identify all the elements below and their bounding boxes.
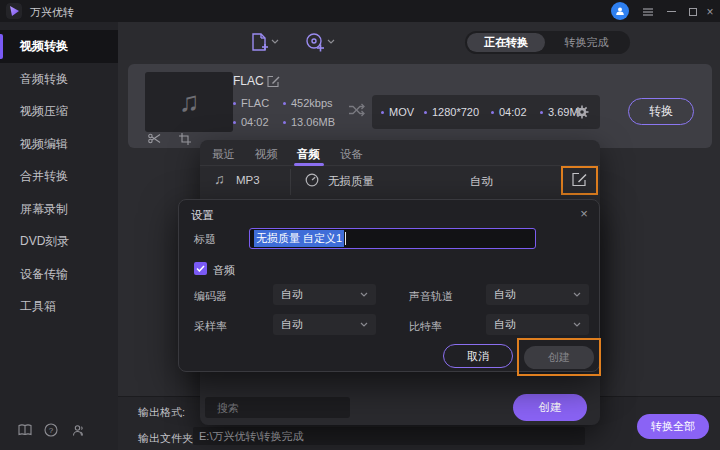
highlight-box-create-button — [517, 338, 601, 376]
app-title: 万兴优转 — [30, 5, 74, 20]
sample-rate-value: 自动 — [281, 317, 303, 332]
chevron-down-icon — [360, 322, 368, 327]
help-icon[interactable]: ? — [41, 420, 61, 440]
app-logo-icon — [6, 3, 22, 19]
audio-track-value: 自动 — [494, 287, 516, 302]
source-format: FLAC — [233, 97, 269, 109]
sidebar-item-video-compress[interactable]: 视频压缩 — [0, 95, 118, 128]
sample-rate-select[interactable]: 自动 — [273, 314, 376, 335]
search-input[interactable] — [217, 402, 359, 414]
source-size: 13.06MB — [283, 116, 335, 128]
format-search-box — [205, 397, 350, 418]
file-title: FLAC — [233, 74, 264, 88]
sidebar-item-merge-convert[interactable]: 合并转换 — [0, 160, 118, 193]
tab-video[interactable]: 视频 — [255, 147, 278, 162]
guide-book-icon[interactable] — [15, 420, 35, 440]
output-folder-label: 输出文件夹: — [138, 431, 196, 446]
quality-label: 无损质量 — [328, 174, 374, 189]
panel-create-button[interactable]: 创建 — [513, 394, 587, 421]
toolbar: 正在转换 转换完成 高速转换 — [118, 22, 720, 60]
cancel-button[interactable]: 取消 — [443, 344, 513, 368]
add-file-icon[interactable] — [249, 32, 269, 52]
output-format-label: 输出格式: — [138, 405, 185, 420]
chevron-down-icon — [360, 292, 368, 297]
tab-audio[interactable]: 音频 — [297, 147, 320, 162]
check-icon — [196, 265, 205, 272]
encoder-label: 编码器 — [194, 289, 227, 304]
menu-icon[interactable] — [640, 4, 656, 19]
audio-track-label: 声音轨道 — [409, 289, 453, 304]
status-tabs: 正在转换 转换完成 — [465, 31, 630, 54]
svg-text:?: ? — [49, 426, 54, 435]
bitrate-label: 比特率 — [409, 319, 442, 334]
output-format: MOV — [381, 106, 414, 118]
tab-recent[interactable]: 最近 — [212, 147, 235, 162]
music-note-icon: ♫ — [179, 86, 200, 118]
bitrate-value: 自动 — [494, 317, 516, 332]
trim-scissors-icon[interactable] — [148, 133, 161, 144]
text-caret — [345, 232, 346, 245]
maximize-button[interactable] — [685, 4, 701, 19]
output-settings-gear-icon[interactable] — [575, 105, 589, 119]
audio-thumbnail: ♫ — [145, 72, 233, 132]
selected-text: 无损质量 自定义1 — [254, 230, 344, 247]
rename-edit-icon[interactable] — [267, 75, 280, 88]
tab-converting[interactable]: 正在转换 — [467, 33, 545, 52]
title-field-label: 标题 — [194, 232, 216, 247]
output-summary-box: MOV 1280*720 04:02 3.69MB — [372, 95, 600, 129]
panel-divider — [290, 169, 291, 195]
close-window-button[interactable]: × — [702, 4, 718, 19]
bitrate-select[interactable]: 自动 — [486, 314, 589, 335]
encoder-value: 自动 — [281, 287, 303, 302]
dialog-title: 设置 — [191, 208, 214, 223]
convert-all-button[interactable]: 转换全部 — [637, 414, 709, 439]
audio-checkbox-label: 音频 — [213, 263, 235, 278]
music-note-icon: ♫ — [214, 171, 225, 187]
file-card: ♫ FLAC FLAC 452kbps 04:02 13.06MB MOV 12… — [128, 64, 712, 148]
output-duration: 04:02 — [491, 106, 527, 118]
title-bar: 万兴优转 × — [0, 0, 720, 22]
convert-button[interactable]: 转换 — [628, 98, 694, 125]
sample-rate-label: 采样率 — [194, 319, 227, 334]
highlight-box-edit-icon — [561, 166, 598, 195]
user-icon — [615, 6, 625, 16]
format-tabs: 最近 视频 音频 设备 — [200, 140, 600, 166]
format-name: MP3 — [236, 174, 260, 186]
account-avatar[interactable] — [611, 2, 629, 20]
sidebar-item-dvd-burn[interactable]: DVD刻录 — [0, 225, 118, 258]
sidebar-item-audio-convert[interactable]: 音频转换 — [0, 63, 118, 96]
sidebar-item-video-convert[interactable]: 视频转换 — [0, 30, 118, 63]
settings-dialog: 设置 × 标题 无损质量 自定义1 音频 编码器 自动 声音轨道 自动 采样率 … — [178, 199, 600, 372]
output-folder-field[interactable]: E:\万兴优转\转换完成 — [193, 427, 585, 445]
output-folder-path: E:\万兴优转\转换完成 — [199, 429, 304, 444]
convert-arrows-icon — [348, 103, 365, 117]
add-dvd-icon[interactable] — [305, 32, 325, 52]
chevron-down-icon — [573, 322, 581, 327]
audio-checkbox[interactable] — [194, 262, 207, 275]
title-input[interactable]: 无损质量 自定义1 — [249, 228, 536, 249]
source-bitrate: 452kbps — [283, 97, 333, 109]
sidebar-item-device-transfer[interactable]: 设备传输 — [0, 258, 118, 291]
quality-gauge-icon — [305, 173, 319, 187]
encoder-select[interactable]: 自动 — [273, 284, 376, 305]
chevron-down-icon — [573, 292, 581, 297]
dialog-close-icon[interactable]: × — [577, 206, 591, 221]
tab-device[interactable]: 设备 — [340, 147, 363, 162]
chevron-down-icon[interactable] — [327, 39, 335, 44]
chevron-down-icon[interactable] — [271, 39, 279, 44]
tab-finished[interactable]: 转换完成 — [545, 35, 628, 50]
sidebar: 视频转换 音频转换 视频压缩 视频编辑 合并转换 屏幕录制 DVD刻录 设备传输… — [0, 22, 118, 450]
crop-icon[interactable] — [179, 133, 191, 145]
sidebar-item-toolbox[interactable]: 工具箱 — [0, 290, 118, 323]
quality-value: 自动 — [470, 174, 493, 189]
source-duration: 04:02 — [233, 116, 269, 128]
format-row-mp3[interactable]: ♫ MP3 无损质量 自动 — [200, 166, 600, 196]
audio-track-select[interactable]: 自动 — [486, 284, 589, 305]
sidebar-item-screen-record[interactable]: 屏幕录制 — [0, 193, 118, 226]
minimize-button[interactable] — [663, 4, 679, 19]
output-resolution: 1280*720 — [424, 106, 479, 118]
sidebar-item-video-edit[interactable]: 视频编辑 — [0, 128, 118, 161]
community-share-icon[interactable] — [69, 420, 89, 440]
